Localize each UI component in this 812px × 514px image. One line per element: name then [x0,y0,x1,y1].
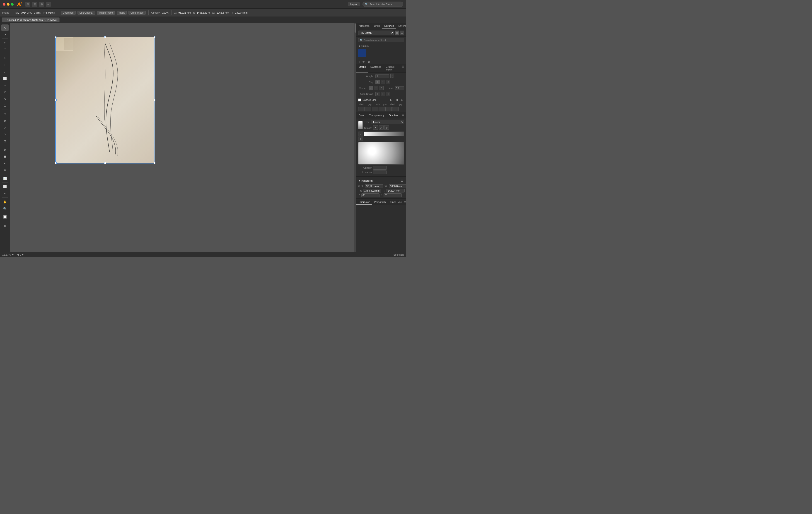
image-trace-button[interactable]: Image Trace [97,11,115,15]
unembed-button[interactable]: Unembed [61,11,76,15]
crop-image-button[interactable]: Crop Image [128,11,145,15]
library-select[interactable]: My Library [358,31,394,35]
transform-section-header[interactable]: ▼ Transform ☰ [356,178,406,184]
stroke-fill-icon[interactable]: ■ [373,125,378,130]
next-page-icon[interactable]: ▶ [22,253,24,256]
free-transform-tool[interactable]: ⊡ [1,138,9,144]
pencil-tool[interactable]: ✎ [1,96,9,102]
column-graph-tool[interactable]: 📊 [1,175,9,181]
weight-up-icon[interactable]: ▲ [390,73,394,76]
weight-input[interactable] [375,74,389,78]
search-box[interactable]: 🔍 [358,38,404,42]
rect-tool[interactable]: ⬜ [1,75,9,82]
rotate-input-1[interactable] [361,193,379,197]
gap-input-2[interactable] [379,107,385,111]
ctg-menu-icon[interactable]: ☰ [402,113,406,118]
color-tab[interactable]: Color [356,113,367,118]
grid-icon[interactable]: ⊞ [25,2,30,7]
none-color[interactable]: ⊘ [1,223,9,229]
libraries-tab[interactable]: Libraries [382,23,396,29]
scale-tool[interactable]: ⤢ [1,124,9,131]
workspace-icon[interactable]: ▦ [39,2,44,7]
magic-wand-tool[interactable]: ✦ [1,40,9,46]
slice-tool[interactable]: ✂ [1,190,9,196]
gradient-tab[interactable]: Gradient [386,113,401,118]
layout-button[interactable]: Layout [348,2,360,6]
gap-input-3[interactable] [392,107,399,111]
align-outside-icon[interactable]: ⊣ [386,92,390,96]
vertical-scrollbar[interactable] [354,23,356,252]
trash-icon[interactable]: 🗑 [367,60,371,64]
colors-section-header[interactable]: ▼ Colors [356,44,406,48]
corner-miter-icon[interactable]: ⌐ [369,86,373,90]
eraser-tool[interactable]: ◻ [1,111,9,117]
cap-butt-icon[interactable]: | [375,80,380,84]
opentype-tab[interactable]: OpenType [388,200,404,205]
stroke-menu-icon[interactable]: ☰ [402,64,406,69]
character-tab[interactable]: Character [356,200,372,205]
stroke-linear-icon[interactable]: ▷ [379,125,383,130]
selection-tool[interactable]: ↖ [1,25,9,31]
location-field[interactable] [373,171,387,174]
paragraph-tab[interactable]: Paragraph [372,200,388,205]
warp-tool[interactable]: 〜 [1,131,9,138]
eye-icon[interactable]: 👁 [361,60,366,64]
stroke-radial-icon[interactable]: ◎ [384,125,389,130]
dashed-round-icon[interactable]: ⊠ [395,98,399,102]
cap-round-icon[interactable]: ) [381,80,385,84]
align-center-icon[interactable]: | [375,92,380,96]
direct-selection-tool[interactable]: ↗ [1,31,9,38]
graphic-styles-tab[interactable]: Graphic Styles [383,64,402,72]
close-button[interactable] [3,3,5,6]
weight-down-icon[interactable]: ▼ [390,76,394,78]
gap-input-1[interactable] [365,107,371,111]
transparency-tab[interactable]: Transparency [367,113,386,118]
x-transform-input[interactable] [365,184,383,188]
artboards-tab[interactable]: Artboards [356,23,372,29]
transform-menu-icon[interactable]: ☰ [400,178,404,183]
scrollbar-thumb[interactable] [354,24,356,33]
shaper-tool[interactable]: ⬡ [1,102,9,109]
dash-input-1[interactable] [358,107,365,111]
search-adobe-stock[interactable]: 🔍 Search Adobe Stock [362,2,403,7]
align-inside-icon[interactable]: ⊢ [381,92,385,96]
shape-builder-tool[interactable]: ⊕ [1,146,9,153]
prev-page-icon[interactable]: ◀ [17,253,19,256]
line-tool[interactable]: / [1,68,9,75]
links-tab[interactable]: Links [372,23,382,29]
dashed-align-icon[interactable]: ⊟ [389,98,393,102]
cap-square-icon[interactable]: ⊓ [386,80,390,84]
minimize-button[interactable] [7,3,9,6]
type-tool[interactable]: T [1,62,9,68]
hand-tool[interactable]: ✋ [1,199,9,205]
stroke-tab[interactable]: Stroke [356,64,368,72]
character-menu-icon[interactable]: ☰ [404,200,406,205]
layers-tab[interactable]: Layers [396,23,406,29]
gradient-tool[interactable]: ◼ [1,153,9,159]
page-input[interactable]: 1 [20,253,21,256]
corner-round-icon[interactable]: ⌒ [374,86,378,90]
list-view-button[interactable]: ☰ [400,31,404,35]
dash-input-3[interactable] [385,107,392,111]
tab-close-icon[interactable]: × [5,19,6,21]
paintbrush-tool[interactable]: ↩ [1,89,9,95]
dashed-square-icon[interactable]: ⊡ [400,98,404,102]
artboard-tool[interactable]: ⬜ [1,183,9,190]
document-tab[interactable]: × Untitled-1* @ 16,67% (CMYK/GPU Preview… [2,18,60,22]
limit-input[interactable] [395,86,404,90]
dashed-line-checkbox[interactable] [358,98,361,101]
zoom-control[interactable]: 16,67% ▼ [2,253,14,256]
search-input[interactable] [364,39,403,42]
grid-view-button[interactable]: ⊞ [395,31,399,35]
h-transform-input[interactable] [386,189,405,192]
pen-tool[interactable]: ✒ [1,55,9,61]
rotate-tool[interactable]: ↻ [1,118,9,124]
fill-stroke[interactable] [1,214,9,220]
angle-icon[interactable]: ↗ [358,131,363,136]
arrange-icon[interactable]: ▥ [32,2,37,7]
gradient-type-select[interactable]: Linear Radial [371,120,404,124]
freeform-icon[interactable]: ⊕ [358,137,363,141]
edit-original-button[interactable]: Edit Original [78,11,95,15]
swatches-tab[interactable]: Swatches [368,64,383,72]
corner-bevel-icon[interactable]: ╱ [379,86,383,90]
